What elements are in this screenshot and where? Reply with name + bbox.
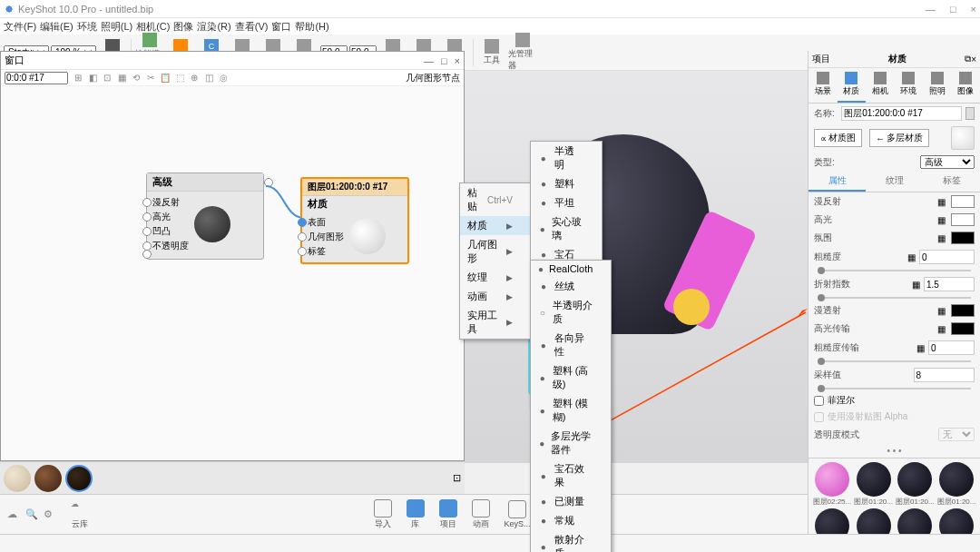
ctx-animation[interactable]: 动画▶	[460, 287, 531, 306]
texture-icon[interactable]: ▦	[912, 280, 920, 290]
gw-tool-icon[interactable]: ◧	[86, 72, 99, 84]
ctx-general[interactable]: ●常规	[531, 511, 611, 530]
gw-close-icon[interactable]: ×	[455, 55, 460, 66]
texture-icon[interactable]: ▦	[937, 215, 946, 225]
diffuse-swatch[interactable]	[951, 195, 975, 208]
bb-animation[interactable]: 动画	[472, 499, 490, 530]
rp-tab-env[interactable]: 环境	[895, 68, 924, 103]
swatch-item[interactable]: 图层01:20...	[936, 462, 976, 507]
ior-input[interactable]	[924, 277, 975, 291]
strip-tool-icon[interactable]: ⊡	[453, 472, 461, 484]
samples-slider[interactable]	[818, 388, 971, 389]
menu-camera[interactable]: 相机(C)	[136, 20, 170, 34]
texture-icon[interactable]: ▦	[937, 233, 946, 243]
gw-tool-icon[interactable]: ⟲	[130, 72, 142, 84]
strip-material-3[interactable]	[65, 465, 93, 492]
bb-cloud[interactable]: ☁云库	[71, 499, 89, 530]
swatch-item[interactable]: 图层01:20...	[896, 462, 936, 507]
gw-tool-icon[interactable]: ▦	[115, 72, 128, 84]
swatch-item[interactable]: 图层02:25...	[812, 462, 852, 507]
minimize-icon[interactable]: —	[926, 4, 936, 15]
ctx-geometry[interactable]: 几何图形▶	[460, 235, 531, 268]
ctx-translucent-medium[interactable]: ○半透明介质	[531, 296, 611, 329]
search-icon[interactable]: 🔍	[25, 508, 38, 521]
ctx-solid-glass[interactable]: ●实心玻璃	[531, 212, 602, 245]
gw-tool-icon[interactable]: ✂	[144, 72, 157, 84]
gw-tool-icon[interactable]: 📋	[159, 72, 172, 84]
node-port-out[interactable]	[264, 178, 273, 187]
graph-path-input[interactable]	[5, 72, 68, 84]
texture-icon[interactable]: ▦	[916, 343, 925, 353]
menu-env[interactable]: 环境	[77, 20, 97, 34]
tb-lights[interactable]: 光管理器	[508, 33, 537, 72]
ctx-texture[interactable]: 纹理▶	[460, 268, 531, 287]
roughness-slider[interactable]	[818, 270, 971, 271]
bb-keyshotxr[interactable]: KeyS...	[505, 500, 531, 528]
ctx-measured[interactable]: ●已测量	[531, 492, 611, 511]
ctx-multilayer[interactable]: ●多层光学器件	[531, 427, 611, 459]
roughness-input[interactable]	[919, 250, 975, 264]
maximize-icon[interactable]: □	[950, 4, 956, 15]
ctx-plastic-adv[interactable]: ●塑料 (高级)	[531, 361, 611, 394]
rp-btn-graph[interactable]: ∝ 材质图	[814, 129, 862, 147]
rp-tab-image[interactable]: 图像	[952, 68, 981, 103]
ior-slider[interactable]	[818, 297, 971, 299]
transmission-swatch[interactable]	[951, 304, 975, 317]
menu-window[interactable]: 窗口	[271, 20, 291, 34]
ctx-translucent[interactable]: ●半透明	[531, 142, 602, 174]
menu-light[interactable]: 照明(L)	[101, 20, 132, 34]
ctx-realcloth[interactable]: ●RealCloth	[531, 261, 611, 277]
node-advanced[interactable]: 高级 漫反射 高光 凹凸 不透明度	[146, 172, 264, 260]
menu-file[interactable]: 文件(F)	[4, 20, 36, 34]
samples-input[interactable]	[914, 368, 975, 382]
gw-tool-icon[interactable]: ⊡	[101, 72, 113, 84]
bb-project[interactable]: 项目	[439, 499, 457, 530]
menu-image[interactable]: 图像	[173, 20, 193, 34]
specular-swatch[interactable]	[951, 213, 975, 226]
roughtrans-slider[interactable]	[818, 360, 971, 362]
menu-render[interactable]: 渲染(R)	[197, 20, 230, 34]
ctx-gem-effect[interactable]: ●宝石效果	[531, 459, 611, 492]
swatch-item[interactable]: 图层01:20...	[854, 462, 894, 507]
ctx-utility[interactable]: 实用工具▶	[460, 306, 531, 339]
menu-edit[interactable]: 编辑(E)	[40, 20, 74, 34]
ctx-plastic[interactable]: ●塑料	[531, 174, 602, 193]
rp-type-select[interactable]: 高级	[920, 155, 975, 169]
texture-icon[interactable]: ▦	[937, 197, 946, 207]
ctx-scatter[interactable]: ●散射介质	[531, 530, 611, 552]
gw-maximize-icon[interactable]: □	[441, 55, 447, 66]
rp-btn-multi[interactable]: ← 多层材质	[869, 129, 929, 147]
texture-icon[interactable]: ▦	[907, 252, 916, 262]
ctx-plastic-blur[interactable]: ●塑料 (模糊)	[531, 394, 611, 427]
cloud-icon[interactable]: ☁	[7, 508, 20, 521]
rp-tab-scene[interactable]: 场景	[808, 68, 838, 103]
rp-tab-camera[interactable]: 相机	[866, 68, 895, 103]
rp-close-icon[interactable]: ×	[971, 54, 976, 64]
gw-tool-icon[interactable]: ◫	[202, 72, 215, 84]
ctx-velvet[interactable]: ●丝绒	[531, 277, 611, 296]
gw-minimize-icon[interactable]: —	[424, 55, 434, 66]
ctx-anisotropic[interactable]: ●各向异性	[531, 329, 611, 361]
graph-canvas[interactable]: 高级 漫反射 高光 凹凸 不透明度 图层01:200:0:0 #17 材质	[1, 86, 464, 460]
save-icon[interactable]	[965, 107, 975, 120]
close-icon[interactable]: ×	[971, 4, 976, 15]
rp-undock-icon[interactable]: ⧉	[965, 54, 971, 64]
ctx-paste[interactable]: 粘贴Ctrl+V	[460, 183, 531, 216]
menu-view[interactable]: 查看(V)	[235, 20, 269, 34]
node-material[interactable]: 图层01:200:0:0 #17 材质 表面 几何图形 标签	[300, 177, 409, 264]
ctx-flat[interactable]: ●平坦	[531, 193, 602, 212]
tb-tools[interactable]: 工具	[477, 39, 506, 66]
texture-icon[interactable]: ▦	[937, 324, 946, 334]
ambient-swatch[interactable]	[951, 232, 975, 244]
rp-subtab-tex[interactable]: 纹理	[866, 172, 923, 192]
menu-help[interactable]: 帮助(H)	[295, 20, 328, 34]
gw-tool-icon[interactable]: ⊕	[188, 72, 201, 84]
rp-tab-material[interactable]: 材质	[838, 68, 867, 103]
bb-library[interactable]: 库	[407, 499, 425, 530]
gear-icon[interactable]: ⚙	[44, 508, 56, 521]
roughtrans-input[interactable]	[928, 340, 975, 355]
rp-tab-lighting[interactable]: 照明	[923, 68, 952, 103]
rp-subtab-labels[interactable]: 标签	[923, 172, 980, 192]
gw-tool-icon[interactable]: ⬚	[173, 72, 186, 84]
ctx-material[interactable]: 材质▶	[460, 216, 531, 235]
